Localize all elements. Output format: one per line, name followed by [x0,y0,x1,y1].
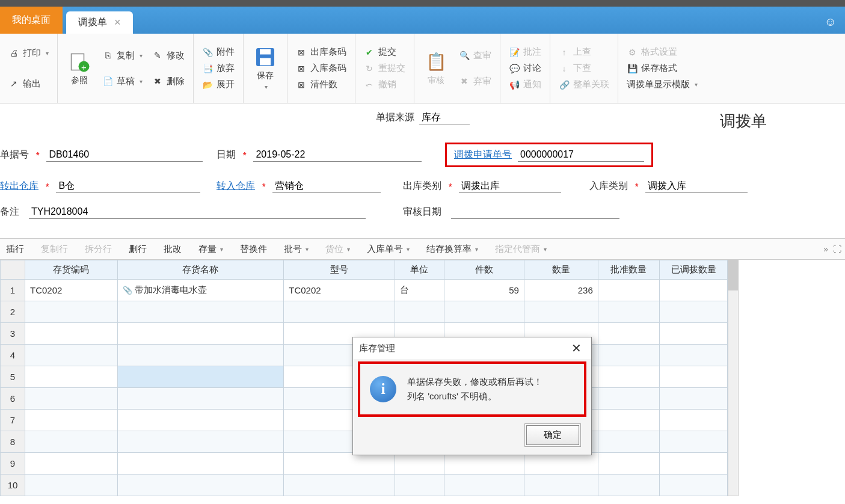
lookup-down-button: ↓下查 [556,61,612,75]
draft-button[interactable]: 📄草稿▾ [100,75,145,88]
pencil-icon: ✎ [152,50,163,61]
required-mark: * [262,182,265,191]
link-icon: 🔗 [559,79,570,90]
table-row[interactable]: 2 [1,301,728,323]
chevron-down-icon: ▾ [347,246,350,253]
required-mark: * [449,182,452,191]
dialog-title-text: 库存管理 [359,343,395,354]
submit-button[interactable]: ✔提交 [361,45,408,59]
remark-input[interactable] [29,205,366,219]
chevron-down-icon: ▾ [46,50,49,57]
close-icon[interactable]: × [114,16,121,29]
close-icon[interactable]: ✕ [568,341,585,355]
chat-icon: 💬 [509,63,520,74]
chevron-down-icon: ▾ [220,246,223,253]
col-approved[interactable]: 批准数量 [598,260,659,280]
chevron-down-icon: ▾ [695,81,698,88]
request-no-label[interactable]: 调拨申请单号 [454,149,512,161]
gear-icon: ⚙ [627,47,638,58]
reference-icon: + [69,51,90,73]
discard-button[interactable]: 📑放弃 [200,61,237,75]
col-model[interactable]: 型号 [284,260,395,280]
source-input[interactable] [419,111,470,124]
megaphone-icon: 📢 [509,79,520,90]
col-pieces[interactable]: 件数 [444,260,524,280]
insert-row-button[interactable]: 插行 [2,241,28,257]
table-row[interactable]: 10 [1,475,728,496]
smile-icon[interactable]: ☺ [825,15,837,29]
clear-count-button[interactable]: ⊠清件数 [293,78,349,91]
out-warehouse-label[interactable]: 转出仓库 [0,180,38,192]
discuss-button[interactable]: 💬讨论 [506,61,544,75]
export-icon: ↗ [8,78,19,89]
out-type-input[interactable] [459,179,561,193]
delete-row-button[interactable]: 删行 [125,241,150,257]
tab-desktop[interactable]: 我的桌面 [0,7,63,34]
info-icon: i [370,376,396,402]
col-code[interactable]: 存货编码 [25,260,117,280]
chevron-down-icon: ▾ [475,246,478,253]
tab-label: 调拨单 [78,16,107,29]
notify-button: 📢通知 [506,78,544,91]
table-row[interactable]: 9 [1,453,728,475]
col-transferred[interactable]: 已调拨数量 [660,260,728,280]
date-input[interactable] [253,148,422,162]
audit-date-input[interactable] [451,205,619,219]
form-area: 单据号 * 日期 * 调拨申请单号 转出仓库 * 转入仓库 * 出库类别 * [0,143,845,238]
date-label: 日期 [217,149,236,161]
replace-part-button[interactable]: 替换件 [236,241,271,257]
conv-rate-button[interactable]: 结存换算率▾ [423,241,482,257]
in-type-input[interactable] [645,179,748,193]
doc-no-input[interactable] [46,148,203,162]
reference-button[interactable]: + 参照 [64,37,95,99]
expand-icon: 📂 [202,79,213,90]
col-qty[interactable]: 数量 [524,260,598,280]
grid-toolbar: 插行 复制行 拆分行 删行 批改 存量▾ 替换件 批号▾ 货位▾ 入库单号▾ 结… [0,238,845,260]
more-icon[interactable]: » [823,244,828,254]
stock-qty-button[interactable]: 存量▾ [195,241,227,257]
in-no-button[interactable]: 入库单号▾ [363,241,413,257]
col-name[interactable]: 存货名称 [117,260,284,280]
ok-button[interactable]: 确定 [526,425,579,445]
delete-button[interactable]: ✖删除 [150,75,187,88]
save-format-button[interactable]: 💾保存格式 [624,61,700,75]
copy-button[interactable]: ⎘复制▾ [100,49,145,63]
batch-modify-button[interactable]: 批改 [160,241,185,257]
out-warehouse-input[interactable] [56,179,200,193]
audit-icon: 📋 [425,51,447,73]
save-button[interactable]: 保存▾ [250,37,281,99]
display-template-button[interactable]: 调拨单显示模版▾ [624,78,700,91]
tab-transfer-order[interactable]: 调拨单 × [66,11,133,34]
remark-label: 备注 [0,206,19,218]
modify-button[interactable]: ✎修改 [150,49,187,63]
attachment-button[interactable]: 📎附件 [200,45,237,59]
expand-button[interactable]: 📂展开 [200,78,237,91]
col-unit[interactable]: 单位 [395,260,444,280]
request-no-input[interactable] [518,148,644,162]
chevron-down-icon: ▾ [140,78,143,85]
export-button[interactable]: ↗输出 [6,77,51,91]
discard-icon: 📑 [202,63,213,74]
in-warehouse-input[interactable] [272,179,381,193]
table-row[interactable]: 1TC0202 带加水消毒电水壶TC0202台59236 [1,280,728,301]
delete-icon: ✖ [152,76,163,87]
in-barcode-button[interactable]: ⊠入库条码 [293,61,349,75]
document-title: 调拨单 [720,111,767,132]
draft-icon: 📄 [102,76,113,87]
scroll-thumb[interactable] [728,260,738,290]
source-label: 单据来源 [376,111,414,124]
col-rownum [1,260,25,280]
maximize-icon[interactable]: ⛶ [833,244,841,254]
chevron-down-icon: ▾ [265,84,268,90]
in-warehouse-label[interactable]: 转入仓库 [217,180,255,192]
request-no-highlight: 调拨申请单号 [445,143,653,167]
revoke-button: ⤺撤销 [361,78,408,91]
batch-no-button[interactable]: 批号▾ [280,241,312,257]
paperclip-icon: 📎 [202,47,213,58]
ribbon: 🖨打印▾ ↗输出 + 参照 ⎘复制▾ 📄草稿▾ ✎修改 ✖删除 📎附件 📑放弃 … [0,34,845,103]
check-icon: ✔ [364,47,375,58]
out-barcode-button[interactable]: ⊠出库条码 [293,45,349,59]
chevron-down-icon: ▾ [544,246,547,253]
vertical-scrollbar[interactable] [728,260,739,496]
print-button[interactable]: 🖨打印▾ [6,46,51,60]
